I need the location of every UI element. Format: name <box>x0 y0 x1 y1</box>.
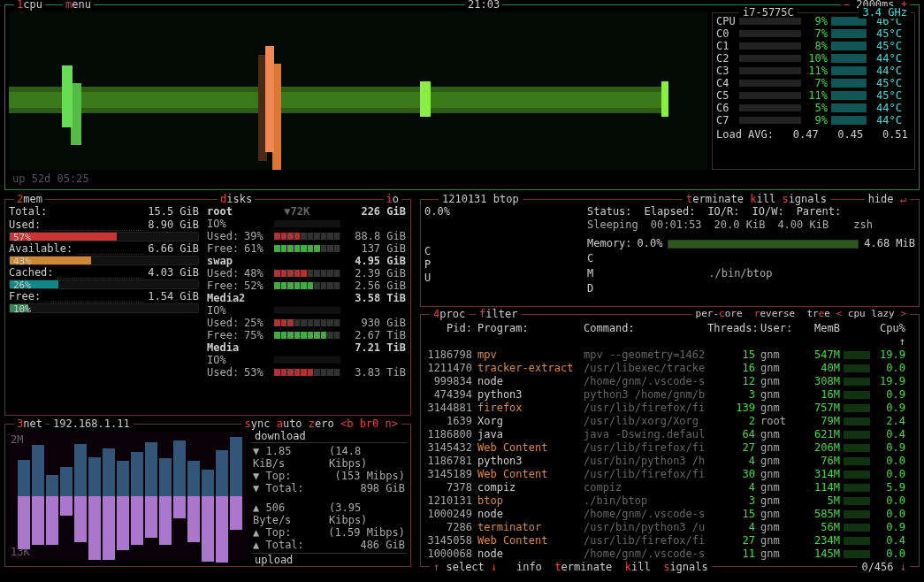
disk-row: IO% <box>207 304 406 317</box>
proc-row[interactable]: 3145189Web Content/usr/lib/firefox/fi30g… <box>424 468 915 481</box>
cpu-graph <box>9 12 707 170</box>
info-title: 1210131 btop <box>439 193 523 205</box>
load-avg: Load AVG: 0.47 0.45 0.51 <box>716 128 911 141</box>
disk-row: Free:75%2.67 TiB <box>207 329 406 341</box>
mem-title: 2mem <box>14 193 45 205</box>
cpu-core-row: C79%44°C <box>716 114 911 126</box>
cpu-core-row: C65%44°C <box>716 102 911 114</box>
proc-row[interactable]: 1211470tracker-extract/usr/libexec/track… <box>424 362 915 375</box>
mem-stat-row: Free:1.54 GiB10% <box>9 290 199 313</box>
disk-row: Used:39%88.8 GiB <box>207 230 406 242</box>
proc-row[interactable]: 1186800javajava -Dswing.defaul64gnm621M0… <box>424 428 915 441</box>
net-ip: 192.168.1.11 <box>50 417 134 430</box>
cpu-ghz: 3.4 GHz <box>859 6 911 19</box>
cpu-core-row: C07%45°C <box>716 27 911 40</box>
cpu-core-row: C210%44°C <box>716 52 911 65</box>
disk-header: swap4.95 GiB <box>207 255 406 267</box>
proc-row[interactable]: 474394python3python3 /home/gnm/b3gnm16M0… <box>424 388 915 402</box>
proc-row[interactable]: 3144881firefox/usr/lib/firefox/fi139gnm7… <box>424 402 915 415</box>
disk-row: Free:52%2.56 GiB <box>207 280 406 292</box>
mem-stat-row: Available:6.66 GiB43% <box>9 242 199 265</box>
cpu-model: i7-5775C <box>739 6 798 19</box>
proc-panel: 4proc filter per-core reverse tree < cpu… <box>420 314 920 567</box>
info-hide[interactable]: hide ↵ <box>865 193 910 205</box>
proc-row[interactable]: 999834node/home/gnm/.vscode-s12gnm308M19… <box>424 375 915 388</box>
disk-row: IO% <box>207 218 406 230</box>
proc-row[interactable]: 7378compizcompiz4gnm114M5.9 <box>424 481 915 494</box>
cpu-panel: 1cpu mmenuenu 21:03 − 2000ms + i7-5775C … <box>4 4 920 190</box>
disk-row: Used:25%930 GiB <box>207 317 406 329</box>
disks-title[interactable]: disks <box>218 193 255 205</box>
proc-options[interactable]: per-core reverse tree < cpu lazy > <box>692 308 910 319</box>
proc-row[interactable]: 1186781python3/usr/bin/python3 /h4gnm76M… <box>424 455 915 468</box>
net-options[interactable]: sync auto zero <b br0 n> <box>241 417 401 430</box>
net-stats: download ▼ 1.85 KiB/s(14.8 Kibps) ▼ Top:… <box>251 430 407 568</box>
cpu-core-row: C47%45°C <box>716 77 911 89</box>
proc-row[interactable]: 3145058Web Content/usr/lib/firefox/fi27g… <box>424 534 915 548</box>
io-title[interactable]: io <box>384 193 401 205</box>
mem-panel: 2mem disks io Total:15.5 GiB Used:8.90 G… <box>4 199 411 416</box>
mem-stat-row: Cached:4.03 GiB26% <box>9 266 199 289</box>
cpu-cores-panel: i7-5775C 3.4 GHz CPU9%46°CC07%45°CC18%45… <box>712 12 915 170</box>
mem-stat-row: Used:8.90 GiB57% <box>9 218 199 241</box>
proc-info-panel: 1210131 btop terminate kill signals hide… <box>420 199 920 307</box>
proc-row[interactable]: 1000068node/home/gnm/.vscode-s11gnm145M0… <box>424 548 915 561</box>
net-graph: 2M 13K <box>9 432 248 560</box>
info-actions[interactable]: terminate kill signals <box>683 193 830 205</box>
disk-header: Media23.58 TiB <box>207 292 406 304</box>
proc-table[interactable]: Pid: Program: Command: Threads: User: Me… <box>424 322 915 550</box>
cpu-core-row: C18%45°C <box>716 40 911 52</box>
proc-row[interactable]: 7286terminator/usr/bin/python3 /u4gnm56M… <box>424 521 915 534</box>
mem-stats: Total:15.5 GiB Used:8.90 GiB57%Available… <box>9 205 199 314</box>
proc-row[interactable]: 1210131btop./bin/btop3gnm5M0.0 <box>424 494 915 508</box>
proc-row[interactable]: 1186798mpvmpv --geometry=146215gnm547M19… <box>424 348 915 362</box>
proc-row[interactable]: 1639Xorg/usr/lib/xorg/Xorg2root79M2.4 <box>424 415 915 428</box>
filter-button[interactable]: filter <box>476 308 521 320</box>
disk-row: Free:61%137 GiB <box>207 242 406 255</box>
proc-footer[interactable]: ↑ select ↓ info terminate kill signals <box>430 561 712 573</box>
disk-row: IO% <box>207 354 406 366</box>
disk-header: root▼72K226 GiB <box>207 205 406 218</box>
cpu-core-row: C511%45°C <box>716 89 911 102</box>
proc-row[interactable]: 1000249node/home/gnm/.vscode-s15gnm585M0… <box>424 508 915 521</box>
disk-header: Media7.21 TiB <box>207 341 406 354</box>
cpu-title: 1cpu <box>14 0 45 11</box>
proc-counter: 0/456 ↓ <box>858 561 910 573</box>
disk-row: Used:53%3.83 TiB <box>207 366 406 379</box>
disk-row: Used:48%2.39 GiB <box>207 267 406 280</box>
info-details: Status: Elapsed: IO/R: IO/W: Parent: Sle… <box>587 205 915 295</box>
proc-title: 4proc <box>430 308 469 320</box>
disk-stats: root▼72K226 GiBIO%Used:39%88.8 GiBFree:6… <box>207 205 406 379</box>
menu-button[interactable]: mmenuenu <box>63 0 94 11</box>
net-title: 3net <box>14 417 45 430</box>
info-cpu-graph: 0.0% C P U <box>424 205 584 285</box>
uptime: up 52d 05:25 <box>12 172 89 185</box>
net-panel: 3net 192.168.1.11 sync auto zero <b br0 … <box>4 424 411 567</box>
proc-row[interactable]: 3145432Web Content/usr/lib/firefox/fi27g… <box>424 441 915 455</box>
cpu-core-row: C311%44°C <box>716 65 911 77</box>
clock: 21:03 <box>465 0 502 11</box>
